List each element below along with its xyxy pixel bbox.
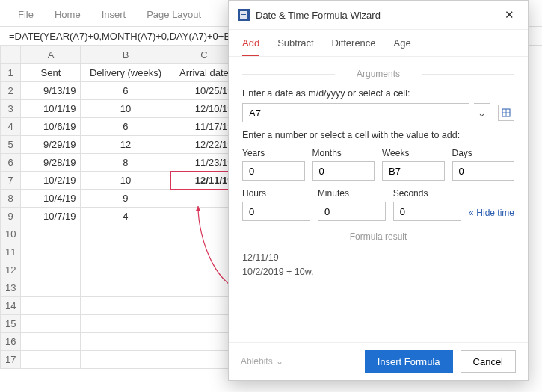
row-header[interactable]: 4 xyxy=(1,118,21,136)
row-header[interactable]: 6 xyxy=(1,154,21,172)
cell[interactable] xyxy=(81,315,170,333)
label-seconds: Seconds xyxy=(393,188,461,199)
label-hours: Hours xyxy=(242,188,310,199)
row-header[interactable]: 15 xyxy=(1,315,21,333)
row-header[interactable]: 9 xyxy=(1,208,21,225)
cell[interactable]: Delivery (weeks) xyxy=(81,64,170,82)
label-years: Years xyxy=(242,148,305,158)
years-input[interactable] xyxy=(242,161,305,181)
cell[interactable]: 10 xyxy=(81,172,170,190)
tab-insert[interactable]: Insert xyxy=(102,9,126,20)
wizard-title: Date & Time Formula Wizard xyxy=(256,10,381,21)
close-icon[interactable]: ✕ xyxy=(500,7,519,23)
label-months: Months xyxy=(312,148,375,158)
cell[interactable] xyxy=(81,351,170,369)
row-header[interactable]: 5 xyxy=(1,136,21,154)
chevron-down-icon[interactable]: ⌄ xyxy=(474,103,490,122)
cell[interactable]: 9/28/19 xyxy=(21,154,81,172)
label-weeks: Weeks xyxy=(382,148,445,158)
cell[interactable]: 12 xyxy=(81,136,170,154)
cell[interactable]: 4 xyxy=(81,208,170,225)
row-header[interactable]: 16 xyxy=(1,333,21,351)
row-header[interactable]: 13 xyxy=(1,279,21,297)
tab-subtract[interactable]: Subtract xyxy=(277,37,313,56)
label-days: Days xyxy=(452,148,515,158)
cell[interactable]: 8 xyxy=(81,154,170,172)
tab-pagelayout[interactable]: Page Layout xyxy=(147,9,201,20)
date-input[interactable] xyxy=(242,103,469,122)
col-header[interactable]: A xyxy=(21,46,81,64)
section-arguments: Arguments xyxy=(242,69,514,79)
label-value: Enter a number or select a cell with the… xyxy=(242,130,514,140)
weeks-input[interactable] xyxy=(382,161,445,181)
row-header[interactable]: 3 xyxy=(1,100,21,118)
cell[interactable] xyxy=(21,261,81,279)
cell[interactable]: 9/13/19 xyxy=(21,82,81,100)
svg-rect-1 xyxy=(241,13,246,13)
cancel-button[interactable]: Cancel xyxy=(461,350,516,373)
result-line-2: 10/2/2019 + 10w. xyxy=(242,265,514,279)
wizard-icon xyxy=(238,9,250,21)
formula-content[interactable]: =DATE(YEAR(A7)+0,MONTH(A7)+0,DAY(A7)+0+B xyxy=(0,29,239,43)
cell[interactable]: 10/2/19 xyxy=(21,172,81,190)
cell[interactable] xyxy=(81,297,170,315)
days-input[interactable] xyxy=(452,161,515,181)
cell[interactable] xyxy=(21,333,81,351)
insert-formula-button[interactable]: Insert Formula xyxy=(365,350,453,373)
cell[interactable] xyxy=(81,225,170,243)
cell[interactable] xyxy=(21,279,81,297)
row-header[interactable]: 10 xyxy=(1,225,21,243)
tab-age[interactable]: Age xyxy=(394,37,411,56)
cell[interactable]: 10 xyxy=(81,100,170,118)
cell[interactable]: 9/29/19 xyxy=(21,136,81,154)
cell[interactable] xyxy=(21,351,81,369)
cell[interactable]: 9 xyxy=(81,190,170,208)
hours-input[interactable] xyxy=(242,202,310,221)
tab-file[interactable]: File xyxy=(18,9,34,20)
cell[interactable] xyxy=(81,261,170,279)
cell[interactable] xyxy=(21,315,81,333)
cell[interactable]: 6 xyxy=(81,118,170,136)
cell[interactable]: 10/6/19 xyxy=(21,118,81,136)
svg-rect-3 xyxy=(241,16,246,16)
row-header[interactable]: 8 xyxy=(1,190,21,208)
row-header[interactable]: 12 xyxy=(1,261,21,279)
cell[interactable] xyxy=(21,243,81,261)
result-line-1: 12/11/19 xyxy=(242,251,514,265)
cell[interactable] xyxy=(81,333,170,351)
svg-rect-2 xyxy=(241,14,246,15)
cell[interactable] xyxy=(21,225,81,243)
cell[interactable] xyxy=(81,279,170,297)
row-header[interactable]: 11 xyxy=(1,243,21,261)
cell[interactable]: 10/7/19 xyxy=(21,208,81,225)
section-result: Formula result xyxy=(242,231,514,242)
tab-difference[interactable]: Difference xyxy=(332,37,376,56)
seconds-input[interactable] xyxy=(393,202,461,221)
hide-time-link[interactable]: «Hide time xyxy=(469,208,514,218)
col-header[interactable]: B xyxy=(81,46,170,64)
cell[interactable]: 10/4/19 xyxy=(21,190,81,208)
months-input[interactable] xyxy=(312,161,375,181)
cell[interactable] xyxy=(21,297,81,315)
minutes-input[interactable] xyxy=(318,202,386,221)
wizard-dialog: Date & Time Formula Wizard ✕ Add Subtrac… xyxy=(228,0,529,381)
row-header[interactable]: 1 xyxy=(1,64,21,82)
cell[interactable]: 6 xyxy=(81,82,170,100)
brand[interactable]: Ablebits⌄ xyxy=(241,356,283,367)
label-date: Enter a date as m/d/yyyy or select a cel… xyxy=(242,88,514,99)
row-header[interactable]: 2 xyxy=(1,82,21,100)
label-minutes: Minutes xyxy=(318,188,386,199)
cell[interactable]: Sent xyxy=(21,64,81,82)
row-header[interactable]: 7 xyxy=(1,172,21,190)
wizard-tabs: Add Subtract Difference Age xyxy=(229,30,528,57)
cell[interactable] xyxy=(81,243,170,261)
tab-home[interactable]: Home xyxy=(55,9,81,20)
wizard-titlebar: Date & Time Formula Wizard ✕ xyxy=(229,1,528,30)
cell[interactable]: 10/1/19 xyxy=(21,100,81,118)
row-header[interactable]: 14 xyxy=(1,297,21,315)
cell-picker-icon[interactable] xyxy=(498,105,514,121)
wizard-footer: Ablebits⌄ Insert Formula Cancel xyxy=(229,342,528,380)
chevron-down-icon: ⌄ xyxy=(276,356,283,367)
row-header[interactable]: 17 xyxy=(1,351,21,369)
tab-add[interactable]: Add xyxy=(242,37,259,56)
